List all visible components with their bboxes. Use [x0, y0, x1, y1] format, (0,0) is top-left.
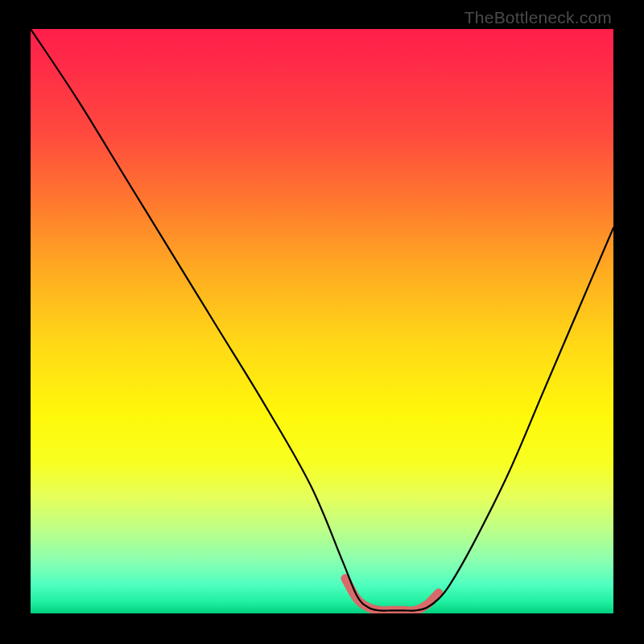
watermark-text: TheBottleneck.com: [464, 8, 612, 27]
curve-svg: [31, 29, 613, 613]
highlight-band-path: [345, 578, 439, 611]
chart-container: TheBottleneck.com: [0, 0, 644, 644]
bottleneck-curve-path: [31, 29, 613, 611]
plot-area: [31, 29, 613, 613]
